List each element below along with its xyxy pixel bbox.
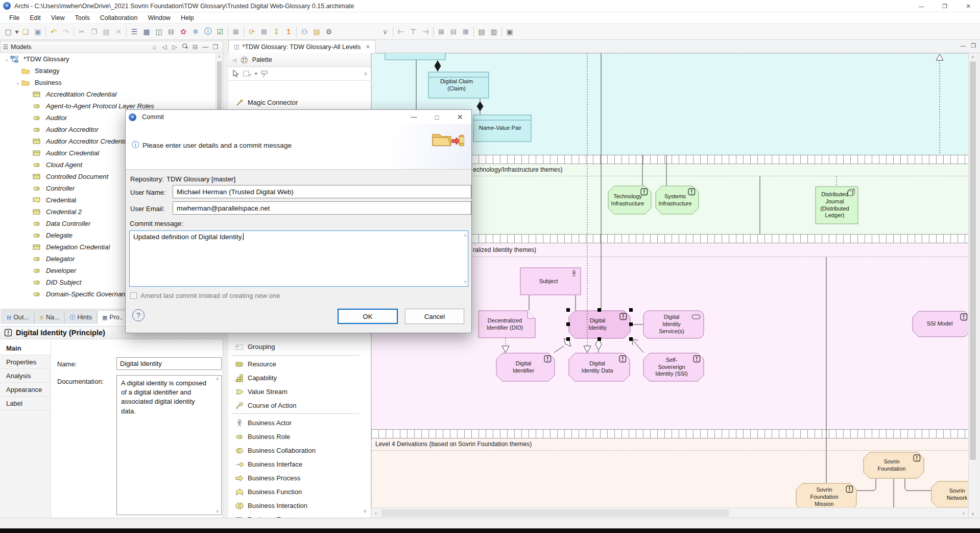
tab-hints[interactable]: ⓘHints [64,310,97,324]
palette-item-capability[interactable]: Capability [228,371,362,385]
expander-icon[interactable]: ⌄ [3,57,10,62]
palette-item-business-process[interactable]: Business Process [228,471,362,485]
panel-maximize-icon[interactable]: ❐ [210,43,221,51]
palette-item-business-interface[interactable]: Business Interface [228,457,362,471]
palette-item-business-event[interactable]: Business Event [228,513,362,518]
toolbar-row-layout-icon[interactable]: ▤ [475,26,488,38]
tree-item-business[interactable]: ⌄Business [0,77,216,88]
toolbar-report-icon[interactable]: ▤ [310,26,323,38]
node-sovrin-foundation[interactable]: Sovrin Foundation! [863,452,924,479]
tree-item--tdw-glossary[interactable]: ⌄*TDW Glossary [0,53,216,65]
toolbar-diagram-view-icon[interactable]: ◫ [153,26,165,38]
toolbar-match-width-icon[interactable]: ⊞ [435,26,447,38]
node-sovrin-network[interactable]: Sovrin Network! [931,481,968,508]
node-technology-infrastructure[interactable]: Technology Infrastructure! [608,186,652,215]
cancel-button[interactable]: Cancel [405,309,464,324]
props-tab-appearance[interactable]: Appearance [0,383,51,397]
toolbar-model-tree-icon[interactable]: ☰ [128,26,140,38]
documentation-scrollbar[interactable]: ∧ ∨ [214,376,221,515]
palette-item-resource[interactable]: Resource [228,357,362,371]
node-digital-identifier[interactable]: Digital Identifier! [496,353,555,382]
menu-view[interactable]: View [46,13,70,22]
tab-navigator[interactable]: ⊛Na... [34,310,65,324]
dialog-close-button[interactable]: ✕ [448,110,471,124]
toolbar-pin-icon[interactable]: ❄ [189,26,202,38]
canvas-vertical-scrollbar[interactable]: ∧ ∨ [968,53,977,518]
tree-item-accreditation-credential[interactable]: Accreditation Credential [0,88,216,100]
editor-tab[interactable]: ◫ *TDW Glossary: TDW Glossary-All Levels… [228,40,376,53]
toolbar-paste-icon[interactable]: ▤ [100,26,112,38]
collapse-all-icon[interactable]: ⊟ [190,43,200,51]
commit-message-textarea[interactable]: Updated definition of Digital Identity. … [129,230,468,287]
node-digital-identity[interactable]: Digital Identity! [568,310,631,339]
palette-scroll-down-icon[interactable]: ∨ [363,508,367,514]
editor-maximize-icon[interactable]: ❐ [971,42,976,49]
editor-minimize-icon[interactable]: — [960,42,966,49]
palette-item-value-stream[interactable]: Value Stream [228,385,362,399]
menu-file[interactable]: File [4,13,25,22]
user-name-input[interactable]: Michael Herman (Trusted Digital Web) [173,185,471,198]
toolbar-table-view-icon[interactable]: ▦ [140,26,153,38]
toolbar-new-dropdown-icon[interactable]: ▾ [14,26,19,38]
forward-icon[interactable]: ▷ [170,43,180,51]
toolbar-align-center-icon[interactable]: ⊤ [407,26,419,38]
toolbar-import-icon[interactable]: ↧ [270,26,282,38]
node-decentralized-identifier[interactable]: Decentralized Identifier (DID) [478,310,536,338]
toolbar-match-height-icon[interactable]: ⊟ [447,26,460,38]
ok-button[interactable]: OK [338,309,398,324]
toolbar-redo-icon[interactable]: ↷ [60,26,72,38]
window-close-button[interactable]: ✕ [957,0,980,12]
palette-item-business-function[interactable]: Business Function [228,485,362,499]
toolbar-colors-icon[interactable]: ✿ [177,26,189,38]
toolbar-column-layout-icon[interactable]: ▥ [488,26,500,38]
expander-icon[interactable]: ⌄ [14,80,21,85]
search-icon[interactable] [180,43,190,51]
toolbar-copy-icon[interactable]: ❐ [88,26,100,38]
window-minimize-button[interactable]: — [910,0,933,12]
toolbar-save-icon[interactable]: ▣ [32,26,44,38]
help-button[interactable]: ? [132,309,145,321]
textarea-scroll-up-icon[interactable]: ∧ [464,233,467,238]
palette-item-course-of-action[interactable]: Course of Action [228,399,362,412]
node-self-sovereign-identity[interactable]: Self- Sovererign Identity (SSI)! [643,353,704,382]
node-name-value-pair[interactable]: Name-Value Pair [473,114,532,142]
window-maximize-button[interactable]: ❐ [933,0,957,12]
toolbar-subtree-icon[interactable]: ⊟ [165,26,177,38]
toolbar-align-right-icon[interactable]: ⊣ [419,26,432,38]
palette-item-grouping[interactable]: Grouping [228,340,362,354]
props-tab-properties[interactable]: Properties [0,355,51,369]
node-digitial-claim[interactable]: Digitial Claim (Claim) [428,72,489,99]
node-top-partial-element[interactable] [385,53,446,60]
toolbar-cut-icon[interactable]: ✂ [76,26,88,38]
toolbar-export-icon[interactable]: ↥ [282,26,295,38]
home-icon[interactable]: ⌂ [149,43,159,51]
menu-collaboration[interactable]: Collaboration [95,13,143,22]
dialog-minimize-button[interactable]: — [402,110,425,124]
editor-tab-close-icon[interactable]: ✕ [366,44,370,50]
documentation-textarea[interactable]: A digital identity is composed of a digi… [116,375,222,515]
toolbar-trash-icon[interactable]: ⊠ [258,26,270,38]
user-email-input[interactable]: mwherman@parallelspace.net [173,201,471,215]
node-systems-infrastructure[interactable]: Systems Infrastructure! [655,186,699,215]
toolbar-delete-icon[interactable]: ✕ [112,26,125,38]
tab-outline[interactable]: ⊟Out... [2,310,34,324]
back-icon[interactable]: ◁ [159,43,170,51]
toolbar-generate-icon[interactable]: ⚙ [323,26,335,38]
toolbar-fullscreen-icon[interactable]: ▣ [504,26,516,38]
node-digital-identity-data[interactable]: Digital Identity Data! [568,353,630,382]
node-subject[interactable]: Subject [520,267,581,295]
node-distributed-journal[interactable]: Distributed Journal (Distributed Ledger) [815,186,858,224]
toolbar-users-icon[interactable]: ⚇ [298,26,310,38]
palette-item-business-interaction[interactable]: Business Interaction [228,499,362,513]
palette-item-business-actor[interactable]: Business Actor [228,416,362,430]
palette-item-business-role[interactable]: Business Role [228,430,362,444]
menu-help[interactable]: Help [176,13,199,22]
menu-tools[interactable]: Tools [70,13,95,22]
toolbar-open-folder-icon[interactable]: ❏ [19,26,32,38]
amend-checkbox[interactable] [130,292,137,299]
textarea-scroll-down-icon[interactable]: ∨ [464,280,467,284]
palette-item-magic-connector[interactable]: Magic Connector [228,96,362,109]
toolbar-undo-icon[interactable]: ↶ [47,26,60,38]
name-input[interactable]: Digital Identity [116,357,222,370]
canvas-horizontal-scrollbar[interactable]: ‹ › [371,507,968,518]
